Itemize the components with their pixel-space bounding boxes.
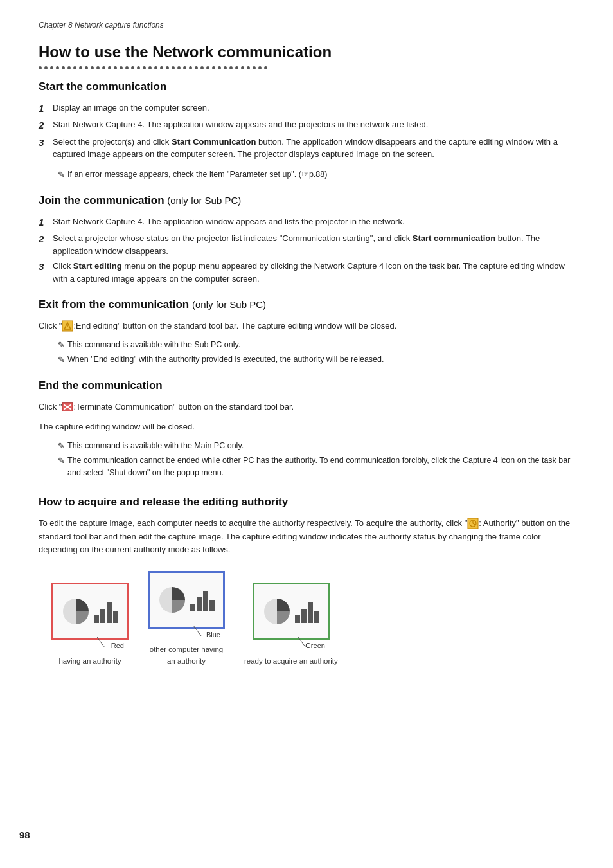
- note-end-1: ✎ This command is available with the Mai…: [58, 440, 581, 453]
- step-num: 2: [39, 118, 50, 133]
- step-1: 1 Start Network Capture 4. The applicati…: [39, 215, 581, 230]
- bar: [100, 609, 105, 623]
- pie-chart-icon: [62, 597, 90, 626]
- step-list-join: 1 Start Network Capture 4. The applicati…: [39, 215, 581, 285]
- note-icon: ✎: [58, 455, 65, 467]
- step-text: Start Network Capture 4. The application…: [53, 215, 581, 228]
- end-intro-1: Click ":Terminate Communication" button …: [39, 401, 581, 414]
- step-num: 3: [39, 136, 50, 150]
- diagram-box-red: Red: [51, 583, 129, 640]
- section-title-start: Start the communication: [39, 78, 581, 95]
- bar: [107, 602, 112, 623]
- exit-intro: Click ":End editing" button on the stand…: [39, 320, 581, 333]
- section-exit: Exit from the communication (only for Su…: [39, 296, 581, 366]
- diagram-container: Red having an authority: [51, 571, 581, 667]
- step-text: Select a projector whose status on the p…: [53, 232, 581, 257]
- step-num: 3: [39, 260, 50, 275]
- bar: [314, 611, 319, 623]
- decorative-dots: [39, 66, 581, 69]
- step-num: 1: [39, 215, 50, 230]
- note-icon: ✎: [58, 168, 65, 181]
- bar: [94, 615, 99, 623]
- diagram-inner: [62, 597, 118, 626]
- step-text: Select the projector(s) and click Start …: [53, 136, 581, 161]
- authority-body: To edit the capture image, each computer…: [39, 517, 581, 557]
- step-num: 2: [39, 232, 50, 247]
- bar: [308, 602, 313, 623]
- note-text: When "End editing" with the authority pr…: [67, 354, 384, 366]
- step-text: Display an image on the computer screen.: [53, 102, 581, 114]
- bar: [295, 615, 300, 623]
- diagram-box-blue: Blue: [148, 571, 225, 629]
- bar-chart-icon: [94, 600, 118, 623]
- diagram-blue: Blue other computer havingan authority: [148, 571, 225, 667]
- diagram-green: Green ready to acquire an authority: [244, 583, 338, 667]
- diagram-label-green: ready to acquire an authority: [244, 656, 338, 667]
- arrow-blue: [193, 626, 209, 637]
- note-icon: ✎: [58, 339, 65, 352]
- diagram-red: Red having an authority: [51, 583, 129, 667]
- section-title-exit: Exit from the communication (only for Su…: [39, 296, 581, 313]
- note-exit-1: ✎ This command is available with the Sub…: [58, 339, 581, 352]
- page-title: How to use the Network communication: [39, 41, 581, 64]
- pie-chart-icon: [158, 586, 186, 614]
- step-text: Click Start editing menu on the popup me…: [53, 260, 581, 285]
- section-end: End the communication Click ":Terminate …: [39, 377, 581, 478]
- note-text: The communication cannot be ended while …: [67, 455, 581, 479]
- bar: [209, 600, 215, 611]
- arrow-green: [298, 637, 314, 649]
- step-list-start: 1 Display an image on the computer scree…: [39, 102, 581, 161]
- note-text: This command is available with the Sub P…: [67, 339, 240, 351]
- bar-chart-icon: [190, 588, 215, 611]
- note-1: ✎ If an error message appears, check the…: [58, 168, 581, 181]
- bar: [301, 609, 306, 623]
- step-2: 2 Select a projector whose status on the…: [39, 232, 581, 257]
- bar: [197, 597, 202, 611]
- note-icon: ✎: [58, 440, 65, 453]
- diagram-inner: [158, 586, 215, 614]
- diagram-inner: [263, 597, 319, 626]
- section-title-join: Join the communication (only for Sub PC): [39, 192, 581, 209]
- pie-chart-icon: [263, 597, 291, 626]
- diagram-label-blue: other computer havingan authority: [150, 644, 223, 667]
- step-text: Start Network Capture 4. The application…: [53, 118, 581, 131]
- step-3: 3 Click Start editing menu on the popup …: [39, 260, 581, 285]
- diagram-box-green: Green: [253, 583, 330, 640]
- section-authority: How to acquire and release the editing a…: [39, 494, 581, 666]
- note-exit-2: ✎ When "End editing" with the authority …: [58, 354, 581, 366]
- note-text: If an error message appears, check the i…: [67, 168, 327, 181]
- arrow-label-red: Red: [111, 640, 124, 651]
- subtitle-join: (only for Sub PC): [167, 195, 241, 206]
- note-end-2: ✎ The communication cannot be ended whil…: [58, 455, 581, 479]
- bar: [203, 591, 208, 611]
- section-title-end: End the communication: [39, 377, 581, 394]
- bar-chart-icon: [295, 600, 319, 623]
- bar: [113, 611, 118, 623]
- end-intro-2: The capture editing window will be close…: [39, 420, 581, 434]
- diagram-label-red: having an authority: [58, 656, 121, 667]
- step-1: 1 Display an image on the computer scree…: [39, 102, 581, 116]
- chapter-header: Chapter 8 Network capture functions: [39, 19, 581, 35]
- arrow-red: [97, 637, 112, 649]
- section-title-authority: How to acquire and release the editing a…: [39, 494, 581, 511]
- step-3: 3 Select the projector(s) and click Star…: [39, 136, 581, 161]
- step-num: 1: [39, 102, 50, 116]
- subtitle-exit: (only for Sub PC): [192, 299, 266, 310]
- step-2: 2 Start Network Capture 4. The applicati…: [39, 118, 581, 133]
- note-text: This command is available with the Main …: [67, 440, 244, 452]
- section-join: Join the communication (only for Sub PC)…: [39, 192, 581, 285]
- section-start: Start the communication 1 Display an ima…: [39, 78, 581, 181]
- note-icon: ✎: [58, 354, 65, 366]
- bar: [190, 604, 195, 611]
